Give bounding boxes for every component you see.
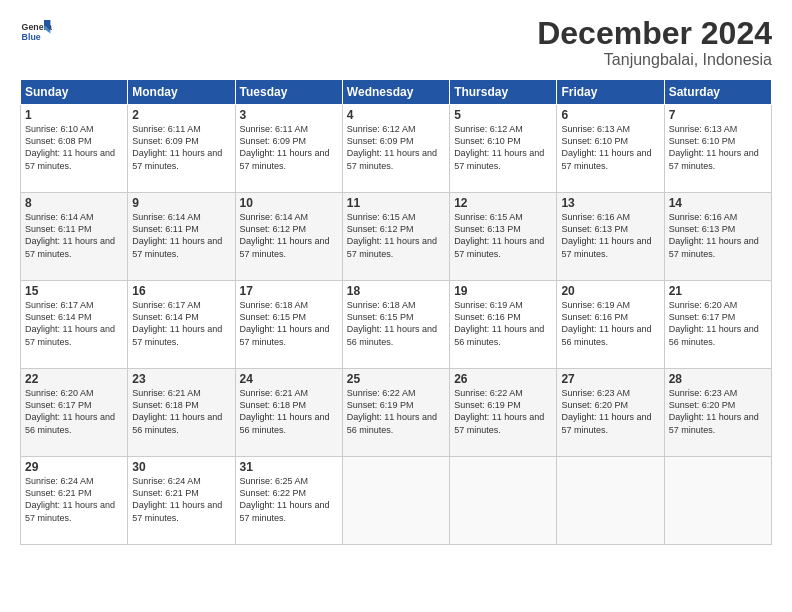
day-number: 16 [132,284,230,298]
cell-info: Sunrise: 6:11 AMSunset: 6:09 PMDaylight:… [240,123,338,172]
calendar-cell [450,457,557,545]
cell-info: Sunrise: 6:20 AMSunset: 6:17 PMDaylight:… [669,299,767,348]
column-header-monday: Monday [128,80,235,105]
calendar-week-3: 15Sunrise: 6:17 AMSunset: 6:14 PMDayligh… [21,281,772,369]
svg-text:Blue: Blue [22,32,41,42]
calendar-cell: 8Sunrise: 6:14 AMSunset: 6:11 PMDaylight… [21,193,128,281]
calendar-cell: 11Sunrise: 6:15 AMSunset: 6:12 PMDayligh… [342,193,449,281]
header: General Blue December 2024 Tanjungbalai,… [20,16,772,69]
cell-info: Sunrise: 6:15 AMSunset: 6:13 PMDaylight:… [454,211,552,260]
day-number: 24 [240,372,338,386]
cell-info: Sunrise: 6:24 AMSunset: 6:21 PMDaylight:… [132,475,230,524]
day-number: 29 [25,460,123,474]
calendar-cell: 24Sunrise: 6:21 AMSunset: 6:18 PMDayligh… [235,369,342,457]
page: General Blue December 2024 Tanjungbalai,… [0,0,792,612]
logo: General Blue [20,16,52,48]
calendar-cell: 3Sunrise: 6:11 AMSunset: 6:09 PMDaylight… [235,105,342,193]
cell-info: Sunrise: 6:15 AMSunset: 6:12 PMDaylight:… [347,211,445,260]
cell-info: Sunrise: 6:21 AMSunset: 6:18 PMDaylight:… [240,387,338,436]
cell-info: Sunrise: 6:23 AMSunset: 6:20 PMDaylight:… [669,387,767,436]
calendar-cell: 15Sunrise: 6:17 AMSunset: 6:14 PMDayligh… [21,281,128,369]
column-header-sunday: Sunday [21,80,128,105]
cell-info: Sunrise: 6:18 AMSunset: 6:15 PMDaylight:… [347,299,445,348]
calendar-cell: 7Sunrise: 6:13 AMSunset: 6:10 PMDaylight… [664,105,771,193]
cell-info: Sunrise: 6:10 AMSunset: 6:08 PMDaylight:… [25,123,123,172]
day-number: 30 [132,460,230,474]
cell-info: Sunrise: 6:11 AMSunset: 6:09 PMDaylight:… [132,123,230,172]
calendar-cell: 17Sunrise: 6:18 AMSunset: 6:15 PMDayligh… [235,281,342,369]
calendar-cell: 2Sunrise: 6:11 AMSunset: 6:09 PMDaylight… [128,105,235,193]
cell-info: Sunrise: 6:22 AMSunset: 6:19 PMDaylight:… [454,387,552,436]
cell-info: Sunrise: 6:24 AMSunset: 6:21 PMDaylight:… [25,475,123,524]
day-number: 8 [25,196,123,210]
cell-info: Sunrise: 6:23 AMSunset: 6:20 PMDaylight:… [561,387,659,436]
day-number: 10 [240,196,338,210]
day-number: 5 [454,108,552,122]
calendar-week-1: 1Sunrise: 6:10 AMSunset: 6:08 PMDaylight… [21,105,772,193]
calendar-week-2: 8Sunrise: 6:14 AMSunset: 6:11 PMDaylight… [21,193,772,281]
cell-info: Sunrise: 6:17 AMSunset: 6:14 PMDaylight:… [132,299,230,348]
day-number: 28 [669,372,767,386]
day-number: 26 [454,372,552,386]
logo-icon: General Blue [20,16,52,48]
cell-info: Sunrise: 6:20 AMSunset: 6:17 PMDaylight:… [25,387,123,436]
day-number: 11 [347,196,445,210]
calendar-cell: 6Sunrise: 6:13 AMSunset: 6:10 PMDaylight… [557,105,664,193]
day-number: 2 [132,108,230,122]
day-number: 23 [132,372,230,386]
cell-info: Sunrise: 6:14 AMSunset: 6:11 PMDaylight:… [25,211,123,260]
calendar-cell [342,457,449,545]
day-number: 4 [347,108,445,122]
calendar-week-5: 29Sunrise: 6:24 AMSunset: 6:21 PMDayligh… [21,457,772,545]
calendar-header-row: SundayMondayTuesdayWednesdayThursdayFrid… [21,80,772,105]
day-number: 13 [561,196,659,210]
day-number: 19 [454,284,552,298]
calendar-cell: 1Sunrise: 6:10 AMSunset: 6:08 PMDaylight… [21,105,128,193]
month-title: December 2024 [537,16,772,51]
calendar-cell: 9Sunrise: 6:14 AMSunset: 6:11 PMDaylight… [128,193,235,281]
title-block: December 2024 Tanjungbalai, Indonesia [537,16,772,69]
calendar-cell: 21Sunrise: 6:20 AMSunset: 6:17 PMDayligh… [664,281,771,369]
calendar-cell: 31Sunrise: 6:25 AMSunset: 6:22 PMDayligh… [235,457,342,545]
day-number: 6 [561,108,659,122]
cell-info: Sunrise: 6:19 AMSunset: 6:16 PMDaylight:… [454,299,552,348]
calendar-cell: 29Sunrise: 6:24 AMSunset: 6:21 PMDayligh… [21,457,128,545]
cell-info: Sunrise: 6:21 AMSunset: 6:18 PMDaylight:… [132,387,230,436]
calendar-cell: 22Sunrise: 6:20 AMSunset: 6:17 PMDayligh… [21,369,128,457]
day-number: 12 [454,196,552,210]
cell-info: Sunrise: 6:16 AMSunset: 6:13 PMDaylight:… [561,211,659,260]
cell-info: Sunrise: 6:17 AMSunset: 6:14 PMDaylight:… [25,299,123,348]
day-number: 1 [25,108,123,122]
day-number: 22 [25,372,123,386]
day-number: 21 [669,284,767,298]
day-number: 17 [240,284,338,298]
day-number: 14 [669,196,767,210]
calendar-table: SundayMondayTuesdayWednesdayThursdayFrid… [20,79,772,545]
column-header-tuesday: Tuesday [235,80,342,105]
calendar-cell: 19Sunrise: 6:19 AMSunset: 6:16 PMDayligh… [450,281,557,369]
cell-info: Sunrise: 6:22 AMSunset: 6:19 PMDaylight:… [347,387,445,436]
calendar-cell: 4Sunrise: 6:12 AMSunset: 6:09 PMDaylight… [342,105,449,193]
calendar-week-4: 22Sunrise: 6:20 AMSunset: 6:17 PMDayligh… [21,369,772,457]
cell-info: Sunrise: 6:19 AMSunset: 6:16 PMDaylight:… [561,299,659,348]
calendar-cell: 18Sunrise: 6:18 AMSunset: 6:15 PMDayligh… [342,281,449,369]
calendar-cell: 16Sunrise: 6:17 AMSunset: 6:14 PMDayligh… [128,281,235,369]
calendar-cell: 12Sunrise: 6:15 AMSunset: 6:13 PMDayligh… [450,193,557,281]
cell-info: Sunrise: 6:25 AMSunset: 6:22 PMDaylight:… [240,475,338,524]
day-number: 7 [669,108,767,122]
calendar-cell: 13Sunrise: 6:16 AMSunset: 6:13 PMDayligh… [557,193,664,281]
calendar-cell: 25Sunrise: 6:22 AMSunset: 6:19 PMDayligh… [342,369,449,457]
calendar-cell: 30Sunrise: 6:24 AMSunset: 6:21 PMDayligh… [128,457,235,545]
calendar-cell [557,457,664,545]
day-number: 9 [132,196,230,210]
cell-info: Sunrise: 6:13 AMSunset: 6:10 PMDaylight:… [561,123,659,172]
cell-info: Sunrise: 6:18 AMSunset: 6:15 PMDaylight:… [240,299,338,348]
day-number: 15 [25,284,123,298]
cell-info: Sunrise: 6:14 AMSunset: 6:12 PMDaylight:… [240,211,338,260]
day-number: 20 [561,284,659,298]
calendar-cell: 23Sunrise: 6:21 AMSunset: 6:18 PMDayligh… [128,369,235,457]
subtitle: Tanjungbalai, Indonesia [537,51,772,69]
day-number: 27 [561,372,659,386]
calendar-cell [664,457,771,545]
cell-info: Sunrise: 6:12 AMSunset: 6:09 PMDaylight:… [347,123,445,172]
